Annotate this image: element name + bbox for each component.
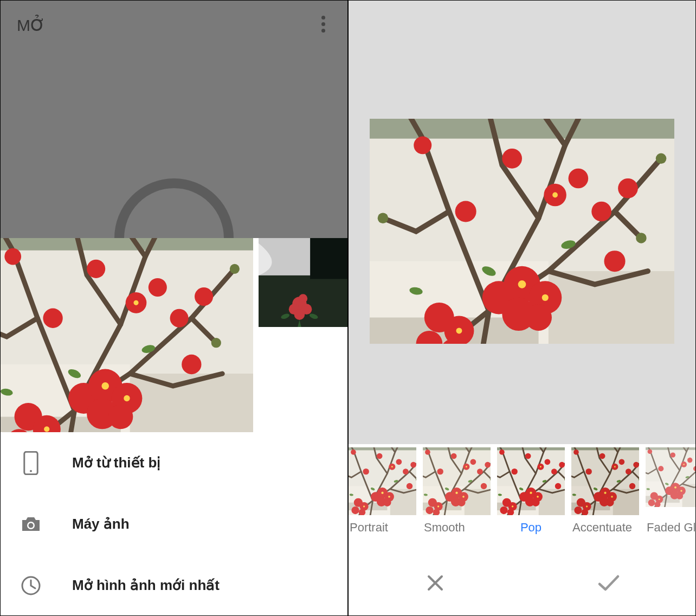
filter-portrait-label: Portrait	[349, 521, 416, 535]
open-source-menu: Mở từ thiết bị Máy ảnh	[1, 432, 347, 615]
recent-thumbnail-1[interactable]	[1, 238, 253, 432]
svg-point-48	[30, 470, 32, 472]
more-options-button[interactable]	[314, 15, 332, 33]
svg-rect-52	[349, 447, 416, 515]
more-vert-icon	[321, 16, 325, 20]
recent-thumbnails	[1, 238, 347, 432]
open-camera-item[interactable]: Máy ảnh	[1, 493, 347, 555]
smartphone-icon	[19, 451, 43, 475]
filter-editor-panel: Portrait Smooth Pop	[349, 1, 695, 615]
svg-rect-55	[646, 447, 695, 507]
filter-strip[interactable]: Portrait Smooth Pop	[349, 444, 695, 535]
open-latest-item[interactable]: Mở hình ảnh mới nhất	[1, 555, 347, 615]
open-from-device-label: Mở từ thiết bị	[72, 454, 160, 471]
filter-thumb-icon	[646, 447, 695, 507]
svg-rect-54	[571, 447, 639, 515]
image-preview[interactable]	[370, 119, 674, 326]
filter-thumb-icon	[497, 447, 565, 515]
filter-smooth-label: Smooth	[423, 521, 491, 535]
open-image-panel: MỞ	[1, 1, 347, 615]
open-title: MỞ	[17, 16, 45, 35]
confirm-button[interactable]	[522, 550, 695, 615]
cancel-button[interactable]	[349, 550, 522, 615]
check-icon	[596, 572, 621, 594]
svg-rect-53	[423, 447, 491, 515]
filter-faded-glow-label: Faded Glo	[646, 521, 695, 535]
open-backdrop: MỞ	[1, 1, 347, 238]
photo-thumbnail-icon	[259, 238, 347, 327]
filter-smooth[interactable]: Smooth	[423, 447, 491, 535]
photo-thumbnail-icon	[1, 238, 253, 432]
editor-action-row	[349, 550, 695, 615]
filter-thumb-icon	[571, 447, 639, 515]
open-camera-label: Máy ảnh	[72, 516, 130, 532]
filter-pop[interactable]: Pop	[497, 447, 565, 535]
open-latest-label: Mở hình ảnh mới nhất	[72, 577, 220, 594]
filter-portrait[interactable]: Portrait	[349, 447, 416, 535]
filter-thumb-icon	[423, 447, 491, 515]
filter-faded-glow[interactable]: Faded Glo	[646, 447, 695, 535]
camera-icon	[19, 516, 43, 533]
svg-point-50	[29, 523, 34, 528]
filter-pop-label: Pop	[497, 521, 565, 535]
filter-thumb-icon	[349, 447, 416, 515]
preview-image-icon	[370, 119, 674, 344]
filter-accentuate[interactable]: Accentuate	[571, 447, 639, 535]
filter-accentuate-label: Accentuate	[571, 521, 639, 535]
close-icon	[424, 572, 446, 594]
open-from-device-item[interactable]: Mở từ thiết bị	[1, 432, 347, 493]
background-arc	[114, 178, 234, 238]
recent-thumbnail-2[interactable]	[259, 238, 347, 432]
image-preview-area	[349, 1, 695, 444]
clock-icon	[19, 575, 43, 596]
